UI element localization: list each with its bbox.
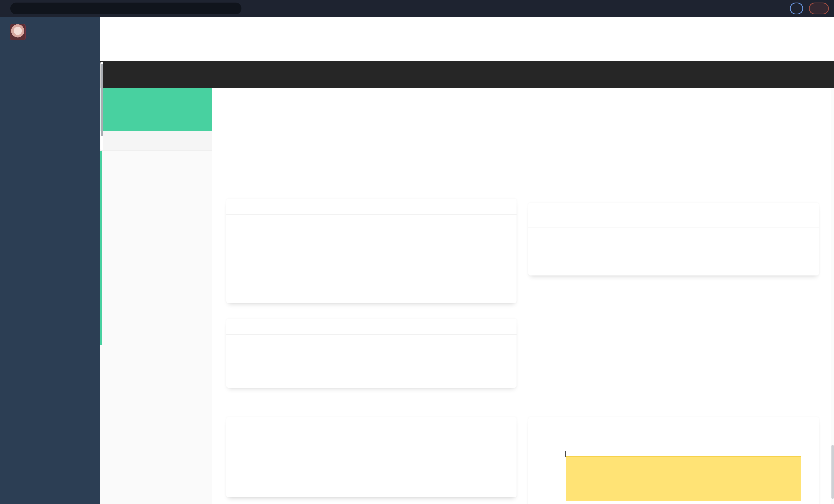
tab-bar bbox=[100, 42, 834, 61]
sba-active-group-bar bbox=[100, 151, 102, 345]
row-underline bbox=[540, 251, 807, 251]
threads-area-series bbox=[566, 456, 801, 501]
app-logo bbox=[10, 24, 26, 40]
sidebar-fold-icon[interactable] bbox=[109, 24, 119, 35]
bookmark-star-icon[interactable] bbox=[768, 3, 778, 14]
threads-chart bbox=[566, 455, 802, 496]
paused-badge[interactable] bbox=[790, 3, 803, 15]
top-navbar bbox=[100, 17, 834, 42]
inner-scrollbar-thumb[interactable] bbox=[101, 64, 103, 136]
spring-boot-admin bbox=[100, 61, 834, 504]
sba-header bbox=[100, 61, 834, 88]
metadata-card bbox=[226, 319, 517, 388]
content-scrollbar-thumb[interactable] bbox=[831, 445, 834, 499]
info-card bbox=[226, 199, 517, 303]
screen bbox=[0, 0, 834, 504]
sba-content bbox=[212, 88, 834, 504]
health-card bbox=[528, 203, 819, 275]
inner-scrollbar[interactable] bbox=[101, 62, 103, 150]
browser-menu-icon[interactable] bbox=[818, 5, 824, 12]
browser-chrome bbox=[0, 0, 834, 17]
browser-actions bbox=[768, 3, 829, 15]
process-card bbox=[226, 417, 517, 497]
sba-section-insights bbox=[100, 131, 212, 151]
threads-card bbox=[528, 417, 819, 504]
admin-sidebar bbox=[0, 17, 100, 504]
content-scrollbar[interactable] bbox=[831, 88, 834, 504]
address-divider bbox=[26, 5, 26, 12]
sba-app-block[interactable] bbox=[100, 88, 212, 131]
row-underline bbox=[238, 362, 505, 362]
history-icon[interactable] bbox=[800, 210, 809, 219]
spring-boot-admin-logo-icon bbox=[119, 67, 134, 83]
address-bar[interactable] bbox=[10, 3, 241, 15]
app-logo-row bbox=[0, 17, 100, 47]
sba-sidebar bbox=[100, 88, 212, 504]
update-button[interactable] bbox=[809, 3, 829, 15]
